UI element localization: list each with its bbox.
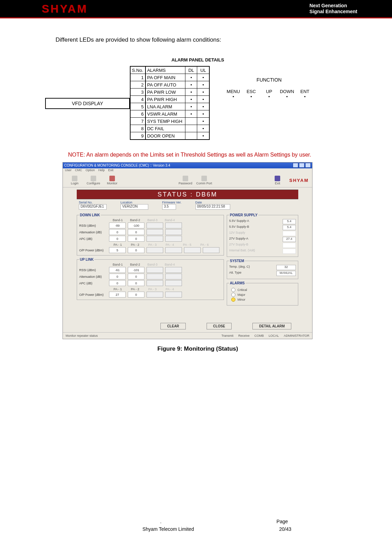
table-row: 4PA PWR HIGH•• [130, 96, 209, 103]
note-text: NOTE: An alarm depends on the Limits set… [45, 152, 350, 158]
table-row: 2PA OFF AUTO•• [130, 81, 209, 89]
toolbar: Login Configure Monitor Password Comm Po… [63, 173, 312, 187]
password-button[interactable]: Password [177, 176, 194, 185]
value-field [147, 292, 163, 298]
downlink-group: DOWN LINK Band-1 Band-2 Band-3 Band-4 RS… [77, 213, 224, 256]
col-ul: UL [197, 66, 209, 74]
menu-button-label: MENU [226, 89, 241, 94]
table-row: 8DC FAIL• [130, 125, 209, 132]
uplink-group: UP LINK Band-1 Band-2 Band-3 Band-4 RSSI… [77, 258, 224, 300]
close-button[interactable]: CLOSE [207, 323, 232, 329]
value-field [147, 267, 163, 273]
table-row: 1PA OFF MAIN•• [130, 74, 209, 81]
down-button-label: DOWN [280, 89, 295, 94]
power-supply-group: POWER SUPPLY 5.5V Supply-A5.4 5.5V Suppl… [227, 213, 298, 257]
header-tagline: Next Generation Signal Enhancement [309, 3, 357, 15]
value-field [165, 236, 182, 242]
page-number: 20/43 [279, 526, 291, 532]
value-field [147, 236, 163, 242]
status-info-row: Serial No.D6V002GFJE1 LocationVERIZON Fi… [77, 199, 298, 211]
value-field [165, 274, 182, 279]
intro-text: Different LEDs are provided to show foll… [56, 36, 350, 43]
menu-item[interactable]: User [65, 168, 72, 173]
serial-label: Serial No. [79, 201, 107, 204]
up-button-label: UP [261, 89, 277, 94]
window-controls[interactable] [292, 163, 311, 168]
value-field: MANUAL [276, 271, 296, 276]
alarms-legend: ALARMS [229, 281, 245, 285]
col-alarms: ALARMS [145, 66, 185, 74]
statusbar: Monitor repeater status Transmit Receive… [63, 332, 312, 339]
power-legend: POWER SUPPLY [229, 213, 258, 217]
status-screenshot: CONFIGURATION & MONITORING CONSOLE (CMC)… [62, 162, 312, 339]
value-field [147, 280, 163, 286]
value-field [109, 247, 126, 253]
value-field [128, 229, 144, 235]
status-left: Monitor repeater status [66, 334, 98, 337]
table-row: 3PA PWR LOW•• [130, 89, 209, 96]
dialog-buttons: CLEAR CLOSE DETAIL ALARM [77, 320, 298, 332]
date-value: 08/05/10 22:21:58 [195, 204, 230, 210]
exit-button[interactable]: Exit [269, 176, 286, 185]
value-field [165, 267, 182, 273]
brand-small-logo: SHYAM [289, 178, 309, 183]
dot-icon: • [297, 94, 312, 99]
value-field [128, 247, 144, 253]
footer-mid: Shyam Telecom Limited [142, 526, 194, 532]
led-icon [231, 288, 235, 292]
value-field: 27.4 [283, 237, 296, 242]
date-label: Date [195, 201, 230, 204]
window-title: CONFIGURATION & MONITORING CONSOLE (CMC)… [64, 164, 170, 167]
page-label: Page [276, 519, 288, 524]
value-field [128, 280, 144, 286]
alarm-panel: VFD DISPLAY S.No. ALARMS DL UL 1PA OFF M… [45, 66, 350, 140]
login-button[interactable]: Login [66, 176, 83, 185]
window-titlebar: CONFIGURATION & MONITORING CONSOLE (CMC)… [63, 162, 312, 168]
value-field [147, 274, 163, 279]
monitor-button[interactable]: Monitor [104, 176, 120, 185]
location-value: VERIZON [120, 204, 148, 210]
value-field [109, 267, 126, 273]
value-field [109, 236, 126, 242]
ent-button-label: ENT [297, 89, 312, 94]
value-field [165, 223, 182, 228]
serial-value: D6V002GFJE1 [79, 204, 107, 210]
menu-item[interactable]: Exit [108, 168, 114, 173]
value-field [283, 249, 296, 254]
menu-item[interactable]: Help [98, 168, 105, 173]
status-item: Receive [238, 334, 250, 337]
value-field [147, 229, 163, 235]
brand-logo: SHYAM [42, 2, 88, 15]
configure-button[interactable]: Configure [85, 176, 102, 185]
value-field [203, 247, 219, 253]
value-field: 5.4 [283, 225, 296, 230]
footer-dot: . [160, 519, 161, 524]
table-row: 5LNA ALARM•• [130, 103, 209, 110]
value-field: 5.4 [283, 219, 296, 224]
value-field [165, 280, 182, 286]
alarm-table: S.No. ALARMS DL UL 1PA OFF MAIN•• 2PA OF… [130, 66, 210, 140]
value-field [283, 243, 296, 248]
value-field [147, 223, 163, 228]
value-field [128, 292, 144, 298]
status-banner: STATUS : DB6M [77, 190, 298, 199]
clear-button[interactable]: CLEAR [160, 323, 185, 329]
menu-item[interactable]: Option [86, 168, 95, 173]
dot-icon: • [244, 94, 259, 99]
value-field [128, 236, 144, 242]
value-field [184, 247, 201, 253]
figure-caption: Figure 9: Monitoring (Status) [45, 345, 350, 352]
window-menubar[interactable]: User CMC Option Help Exit [63, 168, 312, 173]
value-field [128, 274, 144, 279]
uplink-legend: UP LINK [79, 258, 94, 261]
status-item: ADMINISTRATOR [284, 334, 309, 337]
alarm-panel-title: ALARM PANEL DETAILS [45, 57, 350, 62]
menu-item[interactable]: CMC [75, 168, 82, 173]
table-row: 9DOOR OPEN• [130, 132, 209, 140]
value-field [128, 223, 144, 228]
value-field [165, 229, 182, 235]
detail-alarm-button[interactable]: DETAIL ALARM [252, 323, 291, 329]
commport-button[interactable]: Comm Port [196, 176, 212, 185]
dot-icon: • [280, 94, 295, 99]
value-field [283, 231, 296, 236]
